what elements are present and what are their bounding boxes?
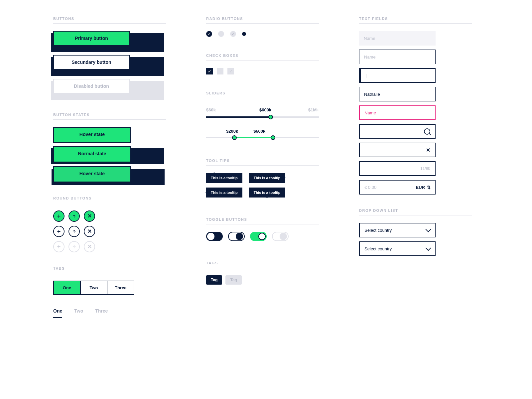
section-sliders: SLIDERS [206,91,319,95]
disabled-button: Disabled button [53,79,130,93]
arrow-up-icon [72,214,76,218]
divider [206,60,319,61]
tag-active[interactable]: Tag [206,275,222,285]
divider [206,23,319,24]
section-toggle: TOGGLE BUTTONS [206,217,319,221]
check-icon: ✓ [208,32,211,36]
round-plus-green[interactable]: + [53,210,65,222]
chevron-down-icon [426,245,431,251]
hover-state-button-2[interactable]: Hover state [53,166,131,182]
char-counter: 11/80 [420,166,430,171]
divider [359,215,472,215]
segmented-tabs: One Two Three [53,281,134,295]
slider-value-label: $600k [259,107,271,112]
hover-state-button-1[interactable]: Hover state [53,127,131,143]
seg-tab-three[interactable]: Three [107,281,134,294]
text-field-error[interactable]: Name [359,105,436,120]
text-field-disabled: Name [359,31,436,46]
section-tooltips: TOOL TIPS [206,159,319,163]
currency-code: EUR [416,185,425,190]
range-slider[interactable]: $200k $600k [206,129,319,145]
text-field-clearable[interactable]: ✕ [359,143,436,157]
seg-tab-two[interactable]: Two [81,281,108,294]
currency-value: € 0.00 [364,185,376,190]
line-tab-three[interactable]: Three [95,305,108,318]
slider-knob[interactable] [268,115,273,119]
search-icon[interactable] [424,128,430,135]
toggle-knob [207,233,214,240]
tag-inactive[interactable]: Tag [225,275,241,285]
text-field-focused[interactable]: | [359,68,436,83]
tooltip-left: This is a tooltip [206,188,242,198]
check-icon: ✓ [208,69,211,74]
section-textfields: TEXT FIELDS [359,17,472,21]
round-up-white[interactable] [68,226,80,237]
divider [53,273,166,273]
round-close-disabled: ✕ [84,241,95,252]
range-knob-low[interactable] [232,135,237,140]
tooltip-top: This is a tooltip [206,173,242,183]
tooltip-right: This is a tooltip [249,173,285,183]
secondary-button-wrap: Secundary button [53,55,166,74]
line-tab-two[interactable]: Two [74,305,83,318]
slider-max-label: $1M+ [308,107,319,112]
toggle-knob [258,233,266,240]
divider [53,203,166,203]
round-close-white[interactable]: ✕ [84,226,95,237]
range-low-label: $200k [226,129,238,134]
checkbox-unchecked[interactable] [217,68,223,74]
section-dropdown: DROP DOWN LIST [359,208,472,212]
round-up-green[interactable] [68,210,80,222]
tooltip-bottom: This is a tooltip [249,188,285,198]
toggle-disabled [272,232,289,241]
swap-icon[interactable]: ⇅ [427,185,430,190]
text-field-counter[interactable]: 11/80 [359,161,436,176]
normal-state-button[interactable]: Normal state [53,146,131,162]
line-tab-one[interactable]: One [53,305,62,318]
primary-button-wrap: Primary button [53,31,166,50]
text-field-search[interactable] [359,124,436,139]
section-tags: TAGS [206,261,319,265]
text-field-filled[interactable]: Nathalie [359,87,436,101]
divider [206,268,319,268]
round-close-green[interactable]: ✕ [84,210,95,222]
arrow-up-icon [72,244,76,249]
radio-disabled-checked: ✓ [230,31,236,37]
clear-icon[interactable]: ✕ [426,147,430,153]
toggle-green-on[interactable] [250,232,267,241]
round-plus-disabled: + [53,241,65,252]
divider [53,23,166,24]
dropdown-label: Select country [364,246,392,251]
range-knob-high[interactable] [271,135,275,140]
range-high-label: $600k [253,129,265,134]
chevron-down-icon [426,227,431,232]
radio-unchecked[interactable] [218,31,224,37]
disabled-button-wrap: Disabled button [53,79,166,98]
radio-checked[interactable]: ✓ [206,31,212,37]
divider [206,98,319,98]
checkbox-disabled: ✓ [227,68,234,74]
single-slider[interactable]: $60k $600k $1M+ [206,107,319,124]
round-plus-white[interactable]: + [53,226,65,237]
toggle-dark-off[interactable] [206,232,223,241]
section-tabs: TABS [53,266,166,270]
divider [206,165,319,166]
section-check: CHECK BOXES [206,54,319,58]
seg-tab-one[interactable]: One [54,281,81,294]
secondary-button[interactable]: Secundary button [53,55,130,69]
text-field-empty[interactable]: Name [359,50,436,64]
slider-min-label: $60k [206,107,216,112]
toggle-outline-on[interactable] [228,232,245,241]
section-button-states: BUTTON STATES [53,113,166,117]
checkbox-checked[interactable]: ✓ [206,68,213,74]
dropdown-country-1[interactable]: Select country [359,223,436,237]
text-field-currency[interactable]: € 0.00 EUR⇅ [359,180,436,195]
divider [359,23,472,24]
check-icon: ✓ [229,69,233,74]
dropdown-country-2[interactable]: Select country [359,241,436,256]
divider [53,119,166,120]
primary-button[interactable]: Primary button [53,31,130,46]
section-radio: RADIO BUTTONS [206,17,319,21]
radio-dot[interactable] [242,32,246,36]
dropdown-label: Select country [364,228,392,233]
